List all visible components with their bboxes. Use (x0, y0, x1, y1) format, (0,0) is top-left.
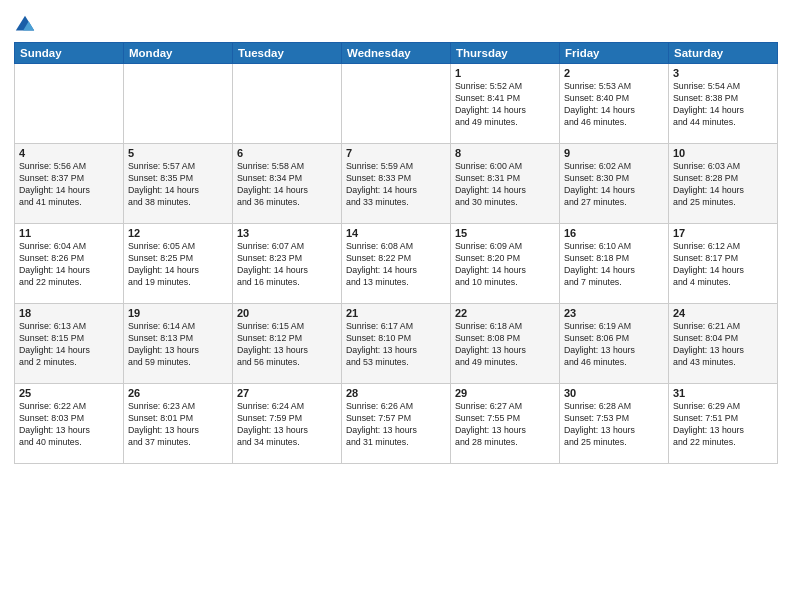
calendar-cell: 17Sunrise: 6:12 AM Sunset: 8:17 PM Dayli… (669, 224, 778, 304)
day-number: 1 (455, 67, 555, 79)
day-number: 6 (237, 147, 337, 159)
calendar-week-1: 1Sunrise: 5:52 AM Sunset: 8:41 PM Daylig… (15, 64, 778, 144)
calendar-header: SundayMondayTuesdayWednesdayThursdayFrid… (15, 43, 778, 64)
calendar-week-2: 4Sunrise: 5:56 AM Sunset: 8:37 PM Daylig… (15, 144, 778, 224)
day-number: 15 (455, 227, 555, 239)
day-number: 16 (564, 227, 664, 239)
weekday-header-monday: Monday (124, 43, 233, 64)
cell-content: Sunrise: 6:08 AM Sunset: 8:22 PM Dayligh… (346, 241, 446, 289)
calendar-cell: 14Sunrise: 6:08 AM Sunset: 8:22 PM Dayli… (342, 224, 451, 304)
cell-content: Sunrise: 6:29 AM Sunset: 7:51 PM Dayligh… (673, 401, 773, 449)
calendar-cell: 30Sunrise: 6:28 AM Sunset: 7:53 PM Dayli… (560, 384, 669, 464)
day-number: 12 (128, 227, 228, 239)
cell-content: Sunrise: 5:54 AM Sunset: 8:38 PM Dayligh… (673, 81, 773, 129)
day-number: 22 (455, 307, 555, 319)
calendar-cell: 3Sunrise: 5:54 AM Sunset: 8:38 PM Daylig… (669, 64, 778, 144)
cell-content: Sunrise: 6:19 AM Sunset: 8:06 PM Dayligh… (564, 321, 664, 369)
calendar-cell: 20Sunrise: 6:15 AM Sunset: 8:12 PM Dayli… (233, 304, 342, 384)
calendar-week-3: 11Sunrise: 6:04 AM Sunset: 8:26 PM Dayli… (15, 224, 778, 304)
calendar-cell: 2Sunrise: 5:53 AM Sunset: 8:40 PM Daylig… (560, 64, 669, 144)
cell-content: Sunrise: 6:10 AM Sunset: 8:18 PM Dayligh… (564, 241, 664, 289)
cell-content: Sunrise: 6:27 AM Sunset: 7:55 PM Dayligh… (455, 401, 555, 449)
day-number: 8 (455, 147, 555, 159)
cell-content: Sunrise: 6:28 AM Sunset: 7:53 PM Dayligh… (564, 401, 664, 449)
weekday-header-friday: Friday (560, 43, 669, 64)
day-number: 5 (128, 147, 228, 159)
calendar-cell: 4Sunrise: 5:56 AM Sunset: 8:37 PM Daylig… (15, 144, 124, 224)
day-number: 17 (673, 227, 773, 239)
calendar-cell: 27Sunrise: 6:24 AM Sunset: 7:59 PM Dayli… (233, 384, 342, 464)
calendar-week-4: 18Sunrise: 6:13 AM Sunset: 8:15 PM Dayli… (15, 304, 778, 384)
calendar-cell: 18Sunrise: 6:13 AM Sunset: 8:15 PM Dayli… (15, 304, 124, 384)
calendar-cell (342, 64, 451, 144)
calendar-cell: 8Sunrise: 6:00 AM Sunset: 8:31 PM Daylig… (451, 144, 560, 224)
cell-content: Sunrise: 5:59 AM Sunset: 8:33 PM Dayligh… (346, 161, 446, 209)
day-number: 31 (673, 387, 773, 399)
calendar-cell: 1Sunrise: 5:52 AM Sunset: 8:41 PM Daylig… (451, 64, 560, 144)
calendar-cell: 21Sunrise: 6:17 AM Sunset: 8:10 PM Dayli… (342, 304, 451, 384)
weekday-header-sunday: Sunday (15, 43, 124, 64)
cell-content: Sunrise: 6:24 AM Sunset: 7:59 PM Dayligh… (237, 401, 337, 449)
calendar-cell: 25Sunrise: 6:22 AM Sunset: 8:03 PM Dayli… (15, 384, 124, 464)
weekday-header-tuesday: Tuesday (233, 43, 342, 64)
logo-icon (14, 14, 36, 36)
calendar-cell: 19Sunrise: 6:14 AM Sunset: 8:13 PM Dayli… (124, 304, 233, 384)
calendar-cell (233, 64, 342, 144)
cell-content: Sunrise: 6:17 AM Sunset: 8:10 PM Dayligh… (346, 321, 446, 369)
weekday-header-thursday: Thursday (451, 43, 560, 64)
day-number: 4 (19, 147, 119, 159)
day-number: 3 (673, 67, 773, 79)
calendar-cell (124, 64, 233, 144)
day-number: 14 (346, 227, 446, 239)
calendar-cell: 15Sunrise: 6:09 AM Sunset: 8:20 PM Dayli… (451, 224, 560, 304)
day-number: 23 (564, 307, 664, 319)
cell-content: Sunrise: 6:23 AM Sunset: 8:01 PM Dayligh… (128, 401, 228, 449)
calendar-cell: 5Sunrise: 5:57 AM Sunset: 8:35 PM Daylig… (124, 144, 233, 224)
calendar-cell (15, 64, 124, 144)
cell-content: Sunrise: 5:53 AM Sunset: 8:40 PM Dayligh… (564, 81, 664, 129)
calendar: SundayMondayTuesdayWednesdayThursdayFrid… (14, 42, 778, 464)
day-number: 7 (346, 147, 446, 159)
day-number: 29 (455, 387, 555, 399)
calendar-cell: 13Sunrise: 6:07 AM Sunset: 8:23 PM Dayli… (233, 224, 342, 304)
day-number: 24 (673, 307, 773, 319)
calendar-cell: 6Sunrise: 5:58 AM Sunset: 8:34 PM Daylig… (233, 144, 342, 224)
weekday-header-saturday: Saturday (669, 43, 778, 64)
calendar-cell: 22Sunrise: 6:18 AM Sunset: 8:08 PM Dayli… (451, 304, 560, 384)
calendar-cell: 26Sunrise: 6:23 AM Sunset: 8:01 PM Dayli… (124, 384, 233, 464)
calendar-cell: 11Sunrise: 6:04 AM Sunset: 8:26 PM Dayli… (15, 224, 124, 304)
calendar-cell: 31Sunrise: 6:29 AM Sunset: 7:51 PM Dayli… (669, 384, 778, 464)
calendar-cell: 16Sunrise: 6:10 AM Sunset: 8:18 PM Dayli… (560, 224, 669, 304)
cell-content: Sunrise: 6:04 AM Sunset: 8:26 PM Dayligh… (19, 241, 119, 289)
day-number: 9 (564, 147, 664, 159)
day-number: 11 (19, 227, 119, 239)
calendar-cell: 9Sunrise: 6:02 AM Sunset: 8:30 PM Daylig… (560, 144, 669, 224)
cell-content: Sunrise: 6:00 AM Sunset: 8:31 PM Dayligh… (455, 161, 555, 209)
cell-content: Sunrise: 6:07 AM Sunset: 8:23 PM Dayligh… (237, 241, 337, 289)
day-number: 26 (128, 387, 228, 399)
cell-content: Sunrise: 6:22 AM Sunset: 8:03 PM Dayligh… (19, 401, 119, 449)
cell-content: Sunrise: 6:05 AM Sunset: 8:25 PM Dayligh… (128, 241, 228, 289)
calendar-cell: 24Sunrise: 6:21 AM Sunset: 8:04 PM Dayli… (669, 304, 778, 384)
day-number: 27 (237, 387, 337, 399)
day-number: 28 (346, 387, 446, 399)
cell-content: Sunrise: 6:09 AM Sunset: 8:20 PM Dayligh… (455, 241, 555, 289)
calendar-cell: 10Sunrise: 6:03 AM Sunset: 8:28 PM Dayli… (669, 144, 778, 224)
cell-content: Sunrise: 6:13 AM Sunset: 8:15 PM Dayligh… (19, 321, 119, 369)
calendar-body: 1Sunrise: 5:52 AM Sunset: 8:41 PM Daylig… (15, 64, 778, 464)
calendar-cell: 29Sunrise: 6:27 AM Sunset: 7:55 PM Dayli… (451, 384, 560, 464)
day-number: 10 (673, 147, 773, 159)
weekday-header-row: SundayMondayTuesdayWednesdayThursdayFrid… (15, 43, 778, 64)
day-number: 18 (19, 307, 119, 319)
day-number: 30 (564, 387, 664, 399)
day-number: 21 (346, 307, 446, 319)
day-number: 2 (564, 67, 664, 79)
cell-content: Sunrise: 6:03 AM Sunset: 8:28 PM Dayligh… (673, 161, 773, 209)
header (14, 10, 778, 36)
cell-content: Sunrise: 6:21 AM Sunset: 8:04 PM Dayligh… (673, 321, 773, 369)
calendar-cell: 12Sunrise: 6:05 AM Sunset: 8:25 PM Dayli… (124, 224, 233, 304)
cell-content: Sunrise: 6:18 AM Sunset: 8:08 PM Dayligh… (455, 321, 555, 369)
calendar-cell: 23Sunrise: 6:19 AM Sunset: 8:06 PM Dayli… (560, 304, 669, 384)
cell-content: Sunrise: 5:56 AM Sunset: 8:37 PM Dayligh… (19, 161, 119, 209)
cell-content: Sunrise: 6:26 AM Sunset: 7:57 PM Dayligh… (346, 401, 446, 449)
